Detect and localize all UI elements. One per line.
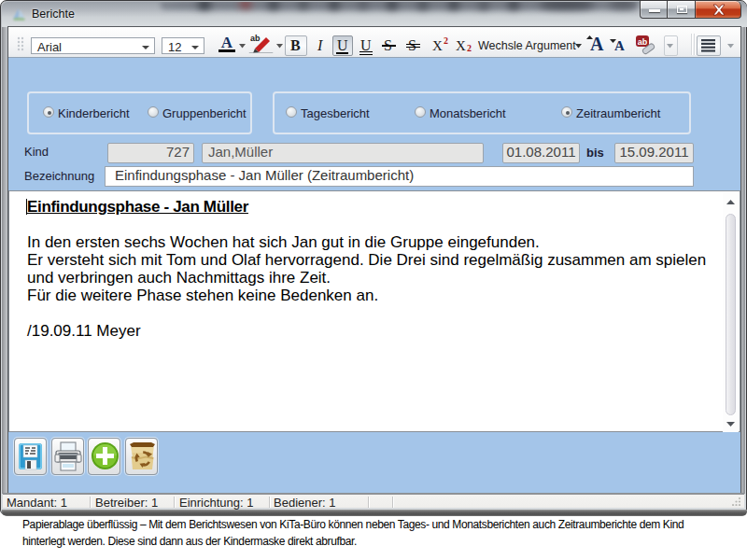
svg-text:ab: ab: [638, 37, 648, 47]
